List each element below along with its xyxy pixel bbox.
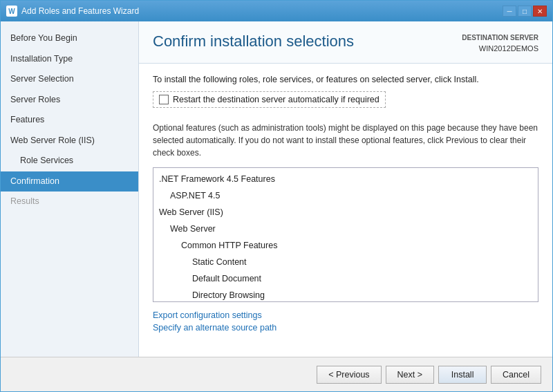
main-content: Confirm installation selections DESTINAT… bbox=[139, 21, 552, 357]
sidebar-item-web-server-role[interactable]: Web Server Role (IIS) bbox=[1, 131, 138, 151]
restart-checkbox-row[interactable]: Restart the destination server automatic… bbox=[153, 91, 386, 108]
install-button[interactable]: Install bbox=[438, 366, 487, 384]
main-window: W Add Roles and Features Wizard ─ □ ✕ Be… bbox=[0, 0, 553, 392]
title-bar-left: W Add Roles and Features Wizard bbox=[6, 6, 139, 17]
export-config-link[interactable]: Export configuration settings bbox=[153, 310, 538, 320]
main-body: To install the following roles, role ser… bbox=[139, 64, 552, 357]
cancel-button[interactable]: Cancel bbox=[491, 366, 541, 384]
destination-server: WIN2012DEMOS bbox=[462, 43, 538, 55]
sidebar: Before You BeginInstallation TypeServer … bbox=[1, 21, 139, 357]
feature-item: .NET Framework 4.5 Features bbox=[153, 171, 538, 187]
content-area: Before You BeginInstallation TypeServer … bbox=[1, 21, 552, 357]
feature-item: Default Document bbox=[153, 270, 538, 287]
optional-note: Optional features (such as administratio… bbox=[153, 122, 538, 159]
feature-item: Web Server bbox=[153, 221, 538, 237]
title-controls: ─ □ ✕ bbox=[503, 6, 547, 17]
sidebar-item-before-you-begin[interactable]: Before You Begin bbox=[1, 28, 138, 49]
feature-item: ASP.NET 4.5 bbox=[153, 187, 538, 204]
feature-item: Static Content bbox=[153, 254, 538, 270]
feature-item: Common HTTP Features bbox=[153, 237, 538, 254]
sidebar-item-confirmation[interactable]: Confirmation bbox=[1, 171, 138, 192]
sidebar-item-server-roles[interactable]: Server Roles bbox=[1, 90, 138, 111]
window-title: Add Roles and Features Wizard bbox=[21, 6, 139, 16]
next-button[interactable]: Next > bbox=[386, 366, 434, 384]
window-icon: W bbox=[6, 6, 17, 17]
sidebar-item-features[interactable]: Features bbox=[1, 110, 138, 131]
restart-checkbox[interactable] bbox=[159, 95, 169, 104]
previous-button[interactable]: < Previous bbox=[317, 366, 381, 384]
close-button[interactable]: ✕ bbox=[533, 6, 547, 17]
alternate-source-link[interactable]: Specify an alternate source path bbox=[153, 323, 538, 333]
footer: < Previous Next > Install Cancel bbox=[1, 357, 552, 391]
sidebar-item-installation-type[interactable]: Installation Type bbox=[1, 49, 138, 70]
restart-checkbox-label: Restart the destination server automatic… bbox=[173, 95, 379, 104]
sidebar-item-server-selection[interactable]: Server Selection bbox=[1, 69, 138, 90]
sidebar-item-role-services[interactable]: Role Services bbox=[1, 151, 138, 171]
feature-item: Web Server (IIS) bbox=[153, 204, 538, 221]
main-header: Confirm installation selections DESTINAT… bbox=[139, 21, 552, 64]
links-row: Export configuration settingsSpecify an … bbox=[153, 310, 538, 333]
features-list-container[interactable]: .NET Framework 4.5 FeaturesASP.NET 4.5We… bbox=[153, 167, 538, 302]
minimize-button[interactable]: ─ bbox=[503, 6, 516, 17]
destination-info: DESTINATION SERVER WIN2012DEMOS bbox=[462, 32, 538, 55]
maximize-button[interactable]: □ bbox=[518, 6, 532, 17]
features-list: .NET Framework 4.5 FeaturesASP.NET 4.5We… bbox=[153, 168, 538, 302]
install-description: To install the following roles, role ser… bbox=[153, 75, 538, 84]
page-title: Confirm installation selections bbox=[153, 32, 354, 50]
destination-label: DESTINATION SERVER bbox=[462, 32, 538, 43]
title-bar: W Add Roles and Features Wizard ─ □ ✕ bbox=[1, 1, 552, 21]
feature-item: Directory Browsing bbox=[153, 287, 538, 302]
sidebar-item-results: Results bbox=[1, 192, 138, 212]
